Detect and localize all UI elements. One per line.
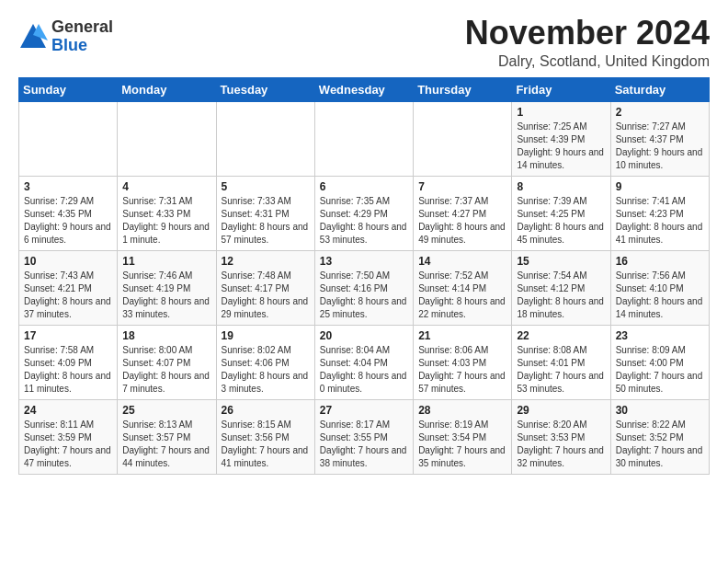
day-info: Sunrise: 8:00 AM Sunset: 4:07 PM Dayligh…	[122, 345, 210, 394]
table-row: 5Sunrise: 7:33 AM Sunset: 4:31 PM Daylig…	[216, 176, 314, 250]
day-info: Sunrise: 8:08 AM Sunset: 4:01 PM Dayligh…	[517, 345, 604, 394]
day-info: Sunrise: 8:11 AM Sunset: 3:59 PM Dayligh…	[24, 419, 111, 468]
table-row: 19Sunrise: 8:02 AM Sunset: 4:06 PM Dayli…	[216, 325, 314, 399]
logo-general: General	[51, 18, 113, 37]
logo-blue: Blue	[51, 37, 113, 55]
table-row	[216, 101, 314, 176]
table-row: 17Sunrise: 7:58 AM Sunset: 4:09 PM Dayli…	[19, 325, 118, 399]
logo-text: General Blue	[51, 18, 113, 55]
table-row	[118, 101, 216, 176]
day-info: Sunrise: 7:37 AM Sunset: 4:27 PM Dayligh…	[418, 196, 506, 245]
table-row: 14Sunrise: 7:52 AM Sunset: 4:14 PM Dayli…	[414, 250, 512, 325]
day-number: 29	[517, 404, 605, 417]
day-info: Sunrise: 8:13 AM Sunset: 3:57 PM Dayligh…	[122, 419, 210, 468]
day-number: 17	[24, 329, 112, 342]
table-row: 13Sunrise: 7:50 AM Sunset: 4:16 PM Dayli…	[314, 250, 413, 325]
day-info: Sunrise: 7:50 AM Sunset: 4:16 PM Dayligh…	[320, 270, 407, 319]
day-info: Sunrise: 7:35 AM Sunset: 4:29 PM Dayligh…	[320, 196, 407, 245]
day-info: Sunrise: 7:25 AM Sunset: 4:39 PM Dayligh…	[517, 121, 604, 170]
day-info: Sunrise: 8:09 AM Sunset: 4:00 PM Dayligh…	[616, 345, 703, 394]
table-row: 30Sunrise: 8:22 AM Sunset: 3:52 PM Dayli…	[610, 399, 709, 474]
col-sunday: Sunday	[19, 77, 118, 101]
calendar-body: 1Sunrise: 7:25 AM Sunset: 4:39 PM Daylig…	[19, 101, 710, 474]
day-number: 1	[517, 106, 605, 119]
table-row: 25Sunrise: 8:13 AM Sunset: 3:57 PM Dayli…	[118, 399, 216, 474]
day-number: 5	[222, 180, 310, 193]
table-row: 16Sunrise: 7:56 AM Sunset: 4:10 PM Dayli…	[610, 250, 709, 325]
day-info: Sunrise: 7:52 AM Sunset: 4:14 PM Dayligh…	[418, 270, 506, 319]
day-number: 25	[122, 404, 210, 417]
day-number: 22	[517, 329, 605, 342]
day-info: Sunrise: 7:58 AM Sunset: 4:09 PM Dayligh…	[24, 345, 111, 394]
col-monday: Monday	[118, 77, 216, 101]
day-number: 12	[222, 255, 310, 268]
day-number: 13	[320, 255, 408, 268]
title-block: November 2024 Dalry, Scotland, United Ki…	[465, 15, 710, 70]
day-number: 3	[24, 180, 112, 193]
day-number: 19	[222, 329, 310, 342]
table-row: 23Sunrise: 8:09 AM Sunset: 4:00 PM Dayli…	[610, 325, 709, 399]
day-number: 24	[24, 404, 112, 417]
table-row: 4Sunrise: 7:31 AM Sunset: 4:33 PM Daylig…	[118, 176, 216, 250]
col-tuesday: Tuesday	[216, 77, 314, 101]
col-saturday: Saturday	[610, 77, 709, 101]
day-number: 28	[418, 404, 506, 417]
day-number: 27	[320, 404, 408, 417]
day-number: 26	[222, 404, 310, 417]
calendar-header: Sunday Monday Tuesday Wednesday Thursday…	[19, 77, 710, 101]
calendar-page: General Blue November 2024 Dalry, Scotla…	[0, 0, 728, 484]
day-info: Sunrise: 8:04 AM Sunset: 4:04 PM Dayligh…	[320, 345, 407, 394]
day-info: Sunrise: 8:19 AM Sunset: 3:54 PM Dayligh…	[418, 419, 506, 468]
table-row: 1Sunrise: 7:25 AM Sunset: 4:39 PM Daylig…	[512, 101, 610, 176]
table-row: 12Sunrise: 7:48 AM Sunset: 4:17 PM Dayli…	[216, 250, 314, 325]
day-info: Sunrise: 7:46 AM Sunset: 4:19 PM Dayligh…	[122, 270, 210, 319]
table-row: 20Sunrise: 8:04 AM Sunset: 4:04 PM Dayli…	[314, 325, 413, 399]
table-row: 10Sunrise: 7:43 AM Sunset: 4:21 PM Dayli…	[19, 250, 118, 325]
table-row	[19, 101, 118, 176]
table-row: 2Sunrise: 7:27 AM Sunset: 4:37 PM Daylig…	[610, 101, 709, 176]
day-number: 4	[122, 180, 210, 193]
day-number: 11	[122, 255, 210, 268]
table-row: 27Sunrise: 8:17 AM Sunset: 3:55 PM Dayli…	[314, 399, 413, 474]
table-row: 11Sunrise: 7:46 AM Sunset: 4:19 PM Dayli…	[118, 250, 216, 325]
day-info: Sunrise: 8:15 AM Sunset: 3:56 PM Dayligh…	[222, 419, 309, 468]
day-info: Sunrise: 7:39 AM Sunset: 4:25 PM Dayligh…	[517, 196, 604, 245]
day-number: 15	[517, 255, 605, 268]
day-info: Sunrise: 7:48 AM Sunset: 4:17 PM Dayligh…	[222, 270, 309, 319]
day-info: Sunrise: 7:33 AM Sunset: 4:31 PM Dayligh…	[222, 196, 309, 245]
day-info: Sunrise: 7:41 AM Sunset: 4:23 PM Dayligh…	[616, 196, 703, 245]
day-info: Sunrise: 7:29 AM Sunset: 4:35 PM Dayligh…	[24, 196, 111, 245]
table-row	[414, 101, 512, 176]
day-info: Sunrise: 7:54 AM Sunset: 4:12 PM Dayligh…	[517, 270, 604, 319]
day-number: 8	[517, 180, 605, 193]
day-number: 10	[24, 255, 112, 268]
day-info: Sunrise: 7:56 AM Sunset: 4:10 PM Dayligh…	[616, 270, 703, 319]
day-number: 2	[616, 106, 704, 119]
location: Dalry, Scotland, United Kingdom	[465, 53, 710, 70]
day-info: Sunrise: 8:06 AM Sunset: 4:03 PM Dayligh…	[418, 345, 506, 394]
day-number: 9	[616, 180, 704, 193]
col-thursday: Thursday	[414, 77, 512, 101]
table-row: 18Sunrise: 8:00 AM Sunset: 4:07 PM Dayli…	[118, 325, 216, 399]
table-row: 9Sunrise: 7:41 AM Sunset: 4:23 PM Daylig…	[610, 176, 709, 250]
day-info: Sunrise: 7:31 AM Sunset: 4:33 PM Dayligh…	[122, 196, 210, 245]
day-number: 7	[418, 180, 506, 193]
table-row: 26Sunrise: 8:15 AM Sunset: 3:56 PM Dayli…	[216, 399, 314, 474]
day-number: 30	[616, 404, 704, 417]
day-number: 18	[122, 329, 210, 342]
table-row: 28Sunrise: 8:19 AM Sunset: 3:54 PM Dayli…	[414, 399, 512, 474]
day-number: 16	[616, 255, 704, 268]
table-row: 7Sunrise: 7:37 AM Sunset: 4:27 PM Daylig…	[414, 176, 512, 250]
day-number: 23	[616, 329, 704, 342]
day-info: Sunrise: 7:27 AM Sunset: 4:37 PM Dayligh…	[616, 121, 703, 170]
col-friday: Friday	[512, 77, 610, 101]
table-row: 21Sunrise: 8:06 AM Sunset: 4:03 PM Dayli…	[414, 325, 512, 399]
table-row: 24Sunrise: 8:11 AM Sunset: 3:59 PM Dayli…	[19, 399, 118, 474]
day-info: Sunrise: 7:43 AM Sunset: 4:21 PM Dayligh…	[24, 270, 111, 319]
calendar-table: Sunday Monday Tuesday Wednesday Thursday…	[18, 77, 710, 475]
day-number: 20	[320, 329, 408, 342]
table-row: 29Sunrise: 8:20 AM Sunset: 3:53 PM Dayli…	[512, 399, 610, 474]
day-info: Sunrise: 8:22 AM Sunset: 3:52 PM Dayligh…	[616, 419, 703, 468]
table-row: 8Sunrise: 7:39 AM Sunset: 4:25 PM Daylig…	[512, 176, 610, 250]
day-number: 21	[418, 329, 506, 342]
